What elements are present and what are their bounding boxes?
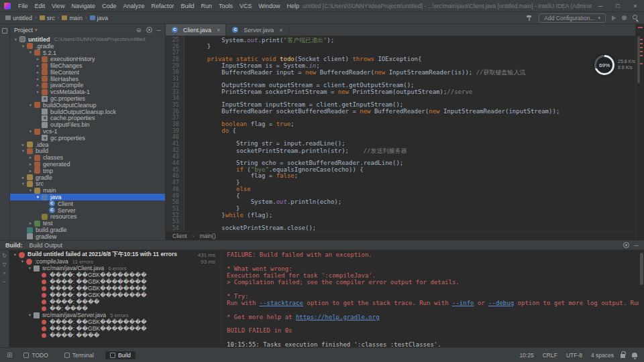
code-line[interactable]: 33 PrintStream socketPrintStream = new P…: [166, 88, 635, 95]
project-stripe-icon[interactable]: [2, 28, 7, 34]
project-tree-row[interactable]: ▾.gradle: [10, 43, 165, 50]
project-tree-row[interactable]: ▸fileContent: [10, 69, 165, 76]
project-tree-row[interactable]: resources: [10, 214, 165, 221]
code-line[interactable]: 27: [166, 49, 635, 56]
code-line[interactable]: 41 String str = input.readLine();: [166, 140, 635, 147]
code-line[interactable]: 46 flag = false;: [166, 172, 635, 179]
build-settings-icon[interactable]: [623, 242, 629, 248]
project-tree-row[interactable]: ▾vcs-1: [10, 128, 165, 135]
editor-scrollbar[interactable]: [637, 36, 640, 83]
project-tree-row[interactable]: CServer: [10, 207, 165, 214]
code-line[interactable]: 40: [166, 133, 635, 140]
editor-tab[interactable]: CServer.java×: [226, 24, 288, 36]
project-tree-row[interactable]: CClient: [10, 200, 165, 207]
system-monitor-overlay[interactable]: 69% 25.8 K/s 8.8 K/s: [594, 55, 635, 75]
project-tree-row[interactable]: ▾buildOutputCleanup: [10, 102, 165, 109]
menu-help[interactable]: Help: [284, 3, 303, 9]
build-tree-row[interactable]: ����: ��GBK��������: [9, 325, 221, 332]
debug-button[interactable]: [622, 15, 627, 20]
code-line[interactable]: 53: [166, 218, 635, 225]
project-tree-row[interactable]: ▾5.2.1: [10, 50, 165, 56]
settings-icon[interactable]: [146, 27, 152, 33]
build-tree-row[interactable]: ����: ��GBK��������: [9, 292, 221, 298]
code-line[interactable]: 50 System.out.println(echo);: [166, 198, 635, 205]
code-line[interactable]: 32 OutputStream outputStream = client.ge…: [166, 82, 635, 88]
code-line[interactable]: 42 socketPrintStream.println(str); //发送到…: [166, 147, 635, 154]
code-line[interactable]: 48 else: [166, 186, 635, 192]
code-line[interactable]: 44 String echo = socketBufferedReader.re…: [166, 160, 635, 166]
console-link[interactable]: --info: [452, 300, 474, 306]
build-tree-row[interactable]: ▾:compileJava11 errors93 ms: [9, 258, 221, 265]
project-tree-row[interactable]: outputFiles.bin: [10, 121, 165, 128]
toolwindow-button-build[interactable]: Build: [105, 351, 136, 359]
project-tree-row[interactable]: ▸tmp: [10, 168, 165, 174]
expand-all-icon[interactable]: +: [3, 270, 6, 276]
project-tree-row[interactable]: build.gradle: [10, 227, 165, 233]
code-line[interactable]: 37: [166, 114, 635, 121]
build-tree-row[interactable]: ▾src/main/java/Client.java6 errors: [9, 265, 221, 272]
project-tree-row[interactable]: cache.properties: [10, 115, 165, 122]
filter-icon[interactable]: ▽: [2, 261, 6, 267]
code-line[interactable]: 30 BufferedReader input = new BufferedRe…: [166, 68, 635, 75]
build-hammer-icon[interactable]: [526, 15, 533, 21]
build-tree-row[interactable]: ▾Build untitled failed at 2021/6/8 下午10:…: [9, 251, 221, 258]
code-line[interactable]: 52 }while (flag);: [166, 212, 635, 219]
close-tab-icon[interactable]: ×: [217, 27, 220, 34]
editor-tab[interactable]: CClient.java×: [166, 24, 226, 36]
code-area[interactable]: 25 System.out.print("客户端已退出");26 }2728 p…: [166, 36, 635, 231]
project-tree-row[interactable]: ▸fileHashes: [10, 76, 165, 82]
code-line[interactable]: 34: [166, 95, 635, 101]
project-tree-row[interactable]: ▸generated: [10, 161, 165, 168]
build-tree-row[interactable]: ��: ����: [9, 305, 221, 312]
menu-file[interactable]: File: [15, 3, 32, 9]
collapse-all-icon[interactable]: −: [3, 279, 6, 285]
tab-build-output[interactable]: Build Output: [30, 242, 63, 249]
project-tree-row[interactable]: ▾main: [10, 187, 165, 194]
build-tree-row[interactable]: ����: ����: [9, 298, 221, 305]
project-tree-row[interactable]: ▾untitledC:\Users\SUNNY\IdeaProjects\unt…: [10, 36, 165, 43]
menu-view[interactable]: View: [48, 3, 68, 9]
project-tree-row[interactable]: ▸gradle: [10, 174, 165, 181]
code-line[interactable]: 51 }: [166, 205, 635, 212]
editor-breadcrumb-item[interactable]: main(): [199, 233, 215, 239]
menu-navigate[interactable]: Navigate: [68, 3, 99, 9]
build-tree-row[interactable]: ����: ��GBK��������: [9, 285, 221, 292]
toolwindow-button-terminal[interactable]: Terminal: [60, 351, 99, 359]
status-segment[interactable]: 4 spaces: [591, 352, 614, 359]
rerun-build-icon[interactable]: ↻: [2, 253, 7, 259]
build-tree-row[interactable]: ����: ��GBK��������: [9, 318, 221, 325]
toolwindow-button-todo[interactable]: TODO: [19, 351, 52, 359]
build-tree-row[interactable]: ����: ��GBK��������: [9, 272, 221, 278]
console-link[interactable]: --stacktrace: [260, 300, 303, 306]
project-tree-row[interactable]: ▸classes: [10, 154, 165, 161]
project-tree-row[interactable]: ▾build: [10, 148, 165, 155]
tool-window-switcher-icon[interactable]: ⊞: [7, 351, 12, 359]
breadcrumb-item[interactable]: untitled: [5, 15, 32, 21]
menu-edit[interactable]: Edit: [32, 3, 49, 9]
project-tree-row[interactable]: buildOutputCleanup.lock: [10, 109, 165, 115]
console-scrollbar-thumb[interactable]: [640, 253, 643, 285]
error-stripe[interactable]: [635, 24, 644, 240]
breadcrumb-item[interactable]: main: [62, 15, 83, 21]
build-tree-row[interactable]: ����: ��GBK��������: [9, 278, 221, 285]
minimize-button[interactable]: ─: [592, 0, 609, 12]
code-line[interactable]: 25 System.out.print("客户端已退出");: [166, 36, 635, 43]
close-tab-icon[interactable]: ×: [279, 27, 282, 34]
code-line[interactable]: 39 do {: [166, 127, 635, 134]
code-line[interactable]: 49 {: [166, 192, 635, 199]
project-tree-row[interactable]: ▾java: [10, 194, 165, 200]
menu-build[interactable]: Build: [177, 3, 197, 9]
menu-code[interactable]: Code: [99, 3, 120, 9]
build-tree-row[interactable]: ▾src/main/java/Server.java5 errors: [9, 312, 221, 318]
project-tree-row[interactable]: ▸executionHistory: [10, 56, 165, 62]
editor-breadcrumb-item[interactable]: Client: [172, 233, 187, 239]
console-scrollbar[interactable]: [639, 250, 644, 347]
hide-build-panel-icon[interactable]: ─: [635, 242, 639, 249]
project-tree-row[interactable]: ▸javaCompile: [10, 82, 165, 89]
chevron-down-icon[interactable]: ▾: [35, 27, 38, 33]
menu-run[interactable]: Run: [198, 3, 216, 9]
project-tree-row[interactable]: ▸vcsMetadata-1: [10, 88, 165, 95]
error-mark[interactable]: [638, 27, 643, 28]
project-tree-row[interactable]: gradlew: [10, 233, 165, 240]
project-tree-row[interactable]: ▸fileChanges: [10, 62, 165, 69]
